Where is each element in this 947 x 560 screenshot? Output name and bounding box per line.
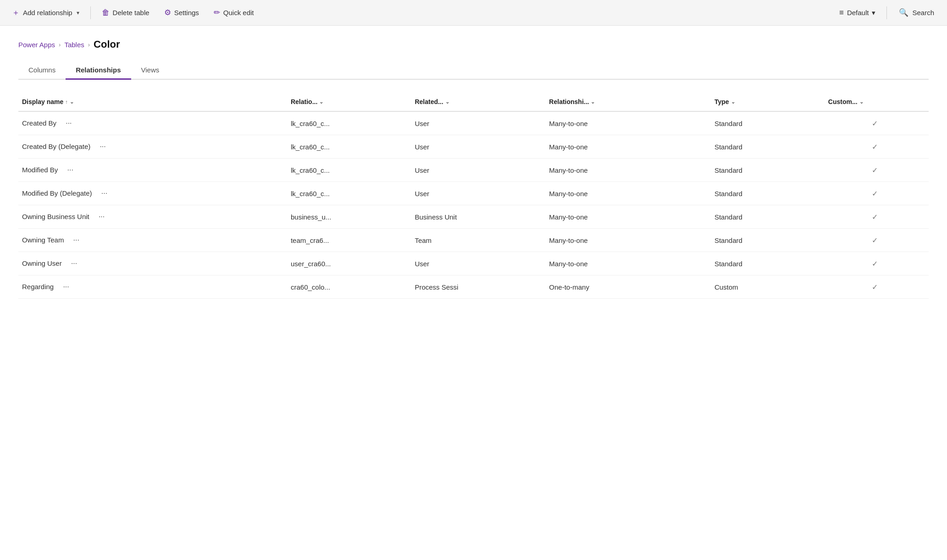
cell-display-name-0: Created By ··· [18, 111, 287, 135]
cell-rel-name-7: cra60_colo... [287, 275, 411, 299]
settings-button[interactable]: ⚙ Settings [158, 4, 205, 21]
row-menu-btn-6[interactable]: ··· [68, 258, 80, 269]
default-view-button[interactable]: ≡ Default ▾ [833, 5, 882, 21]
cell-rel-type-2: Many-to-one [545, 159, 711, 182]
custom-header-label: Custom... [828, 98, 858, 105]
add-relationship-label: Add relationship [23, 9, 72, 16]
row-menu-btn-7[interactable]: ··· [60, 282, 72, 292]
check-icon-3: ✓ [872, 190, 878, 198]
delete-table-button[interactable]: 🗑 Delete table [95, 5, 156, 21]
display-name-value-4: Owning Business Unit [22, 213, 89, 220]
cell-display-name-3: Modified By (Delegate) ··· [18, 182, 287, 205]
relationship-name-header-label: Relatio... [291, 98, 317, 105]
check-icon-5: ✓ [872, 236, 878, 244]
table-row: Owning Business Unit ··· business_u... B… [18, 205, 929, 229]
toolbar: ＋ Add relationship ▾ 🗑 Delete table ⚙ Se… [0, 0, 947, 26]
quick-edit-icon: ✏ [214, 8, 220, 17]
sort-desc-icon: ⌄ [70, 99, 74, 105]
type-header-label: Type [714, 98, 729, 105]
main-content: Power Apps › Tables › Color Columns Rela… [0, 26, 947, 299]
table-row: Created By ··· lk_cra60_c... User Many-t… [18, 111, 929, 135]
table-row: Owning User ··· user_cra60... User Many-… [18, 252, 929, 275]
check-icon-0: ✓ [872, 120, 878, 127]
display-name-value-2: Modified By [22, 166, 58, 174]
cell-display-name-4: Owning Business Unit ··· [18, 205, 287, 229]
display-name-value-0: Created By [22, 119, 56, 127]
tabs: Columns Relationships Views [18, 61, 929, 80]
display-name-value-6: Owning User [22, 259, 62, 267]
table-row: Owning Team ··· team_cra6... Team Many-t… [18, 229, 929, 252]
default-label: Default [847, 9, 869, 16]
related-table-header-label: Related... [415, 98, 443, 105]
col-header-relationship-name[interactable]: Relatio... ⌄ [287, 93, 411, 111]
cell-related-table-5: Team [411, 229, 545, 252]
tab-columns[interactable]: Columns [18, 61, 66, 80]
col-header-display-name[interactable]: Display name ↑ ⌄ [18, 93, 287, 111]
breadcrumb-current: Color [94, 38, 120, 50]
breadcrumb-sep-1: › [59, 41, 61, 48]
settings-icon: ⚙ [164, 8, 171, 17]
cell-rel-type-0: Many-to-one [545, 111, 711, 135]
toolbar-sep-2 [886, 6, 887, 19]
row-menu-btn-5[interactable]: ··· [71, 235, 82, 245]
cell-type-5: Standard [711, 229, 825, 252]
check-icon-7: ✓ [872, 283, 878, 291]
search-icon: 🔍 [899, 8, 908, 17]
table-row: Modified By ··· lk_cra60_c... User Many-… [18, 159, 929, 182]
add-relationship-button[interactable]: ＋ Add relationship ▾ [6, 4, 86, 22]
cell-custom-2: ✓ [825, 159, 929, 182]
cell-custom-7: ✓ [825, 275, 929, 299]
cell-rel-type-7: One-to-many [545, 275, 711, 299]
cell-related-table-4: Business Unit [411, 205, 545, 229]
table-row: Modified By (Delegate) ··· lk_cra60_c...… [18, 182, 929, 205]
cell-rel-name-6: user_cra60... [287, 252, 411, 275]
tab-views[interactable]: Views [131, 61, 170, 80]
tab-relationships[interactable]: Relationships [66, 61, 131, 80]
row-menu-btn-2[interactable]: ··· [65, 165, 76, 175]
delete-icon: 🗑 [102, 8, 110, 17]
cell-custom-1: ✓ [825, 135, 929, 159]
cell-custom-3: ✓ [825, 182, 929, 205]
cell-related-table-7: Process Sessi [411, 275, 545, 299]
sort-asc-icon: ↑ [65, 99, 68, 104]
cell-display-name-2: Modified By ··· [18, 159, 287, 182]
search-button[interactable]: 🔍 Search [892, 4, 941, 21]
cell-display-name-1: Created By (Delegate) ··· [18, 135, 287, 159]
menu-lines-icon: ≡ [839, 8, 844, 17]
col-header-custom[interactable]: Custom... ⌄ [825, 93, 929, 111]
row-menu-btn-0[interactable]: ··· [63, 118, 74, 128]
cell-rel-name-1: lk_cra60_c... [287, 135, 411, 159]
reltype-sort-icon: ⌄ [591, 99, 595, 105]
cell-custom-4: ✓ [825, 205, 929, 229]
cell-related-table-6: User [411, 252, 545, 275]
display-name-value-5: Owning Team [22, 236, 64, 244]
relationship-type-header-label: Relationshi... [549, 98, 589, 105]
cell-related-table-2: User [411, 159, 545, 182]
cell-rel-name-3: lk_cra60_c... [287, 182, 411, 205]
default-caret: ▾ [872, 9, 875, 17]
cell-related-table-3: User [411, 182, 545, 205]
search-label: Search [912, 9, 934, 16]
col-header-relationship-type[interactable]: Relationshi... ⌄ [545, 93, 711, 111]
display-name-value-7: Regarding [22, 283, 54, 291]
cell-type-1: Standard [711, 135, 825, 159]
cell-type-2: Standard [711, 159, 825, 182]
check-icon-4: ✓ [872, 213, 878, 221]
quick-edit-button[interactable]: ✏ Quick edit [207, 4, 260, 21]
cell-custom-6: ✓ [825, 252, 929, 275]
display-name-header-label: Display name [22, 98, 63, 105]
toolbar-right: ≡ Default ▾ 🔍 Search [833, 4, 941, 21]
row-menu-btn-1[interactable]: ··· [97, 142, 108, 152]
breadcrumb-power-apps[interactable]: Power Apps [18, 41, 55, 49]
row-menu-btn-4[interactable]: ··· [96, 212, 107, 222]
col-header-type[interactable]: Type ⌄ [711, 93, 825, 111]
col-header-related-table[interactable]: Related... ⌄ [411, 93, 545, 111]
cell-rel-type-5: Many-to-one [545, 229, 711, 252]
row-menu-btn-3[interactable]: ··· [99, 188, 110, 198]
check-icon-1: ✓ [872, 143, 878, 151]
cell-type-0: Standard [711, 111, 825, 135]
breadcrumb-tables[interactable]: Tables [64, 41, 84, 49]
cell-rel-type-4: Many-to-one [545, 205, 711, 229]
relationships-table-container: Display name ↑ ⌄ Relatio... ⌄ Rela [18, 93, 929, 299]
settings-label: Settings [174, 9, 199, 16]
